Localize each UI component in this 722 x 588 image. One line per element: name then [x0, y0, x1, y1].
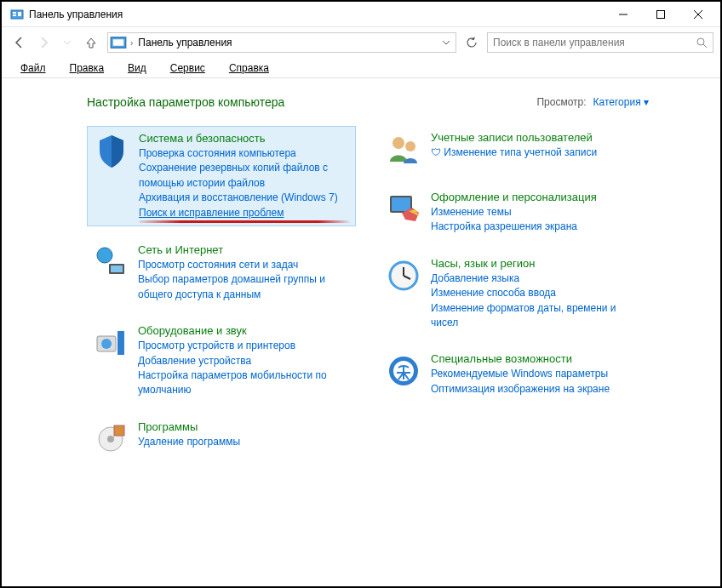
control-panel-icon — [10, 8, 24, 21]
category-link[interactable]: Архивация и восстановление (Windows 7) — [139, 191, 350, 205]
clock-region-icon — [385, 257, 422, 294]
category-link[interactable]: Сохранение резервных копий файлов с помо… — [139, 161, 350, 191]
breadcrumb[interactable]: Панель управления — [135, 33, 235, 52]
minimize-button[interactable] — [605, 2, 642, 27]
menubar: Файл Правка Вид Сервис Справка — [2, 58, 720, 78]
category-hardware-sound: Оборудование и звукПросмотр устройств и … — [87, 319, 356, 403]
svg-point-10 — [697, 38, 704, 45]
svg-rect-3 — [18, 12, 21, 16]
category-link[interactable]: Добавление языка — [431, 271, 644, 286]
category-title[interactable]: Оборудование и звук — [138, 324, 351, 337]
category-ease-of-access: Специальные возможностиРекомендуемые Win… — [380, 347, 649, 402]
category-link[interactable]: Поиск и исправление проблем — [139, 206, 350, 220]
category-link[interactable]: Оптимизация изображения на экране — [431, 382, 644, 397]
forward-button[interactable] — [32, 31, 54, 54]
category-user-accounts: Учетные записи пользователей🛡 Изменение … — [380, 126, 649, 174]
category-clock-region: Часы, язык и регионДобавление языкаИзмен… — [380, 252, 649, 336]
highlight-underline — [139, 220, 350, 223]
window-title: Панель управления — [29, 9, 605, 20]
search-input[interactable] — [493, 37, 696, 49]
svg-rect-25 — [392, 197, 410, 211]
svg-line-11 — [703, 44, 707, 48]
svg-rect-2 — [13, 14, 16, 16]
category-link[interactable]: Настройка параметров мобильности по умол… — [138, 368, 351, 398]
maximize-button[interactable] — [642, 2, 679, 27]
category-title[interactable]: Программы — [138, 420, 351, 433]
svg-point-23 — [405, 141, 415, 151]
category-title[interactable]: Оформление и персонализация — [431, 191, 644, 203]
category-link[interactable]: 🛡 Изменение типа учетной записи — [431, 146, 644, 160]
category-link[interactable]: Выбор параметров домашней группы и общег… — [138, 272, 351, 302]
category-link[interactable]: Добавление устройства — [138, 354, 351, 368]
address-bar[interactable]: › Панель управления — [107, 32, 456, 53]
svg-point-22 — [393, 137, 404, 149]
hardware-sound-icon — [92, 324, 129, 362]
page-title: Настройка параметров компьютера — [87, 95, 536, 109]
category-system-security: Система и безопасностьПроверка состояния… — [87, 126, 356, 226]
svg-point-20 — [107, 436, 114, 442]
up-button[interactable] — [80, 31, 102, 54]
svg-rect-1 — [13, 12, 16, 14]
refresh-button[interactable] — [461, 32, 482, 53]
menu-tools[interactable]: Сервис — [160, 60, 215, 76]
chevron-right-icon[interactable]: › — [129, 38, 135, 48]
ease-of-access-icon — [385, 352, 422, 390]
category-programs: ПрограммыУдаление программы — [87, 415, 356, 463]
category-link[interactable]: Просмотр состояния сети и задач — [138, 258, 351, 272]
menu-file[interactable]: Файл — [10, 60, 56, 76]
search-icon[interactable] — [696, 37, 708, 49]
category-title[interactable]: Часы, язык и регион — [431, 257, 644, 270]
category-link[interactable]: Проверка состояния компьютера — [139, 146, 350, 161]
recent-dropdown[interactable] — [56, 31, 78, 54]
category-link[interactable]: Изменение темы — [431, 205, 644, 220]
category-link[interactable]: Изменение способа ввода — [431, 286, 644, 300]
category-title[interactable]: Сеть и Интернет — [138, 243, 351, 256]
category-appearance: Оформление и персонализацияИзменение тем… — [380, 186, 649, 240]
svg-rect-5 — [657, 10, 665, 18]
titlebar: Панель управления — [2, 2, 720, 27]
view-label: Просмотр: — [536, 96, 586, 108]
svg-rect-18 — [117, 331, 124, 355]
back-button[interactable] — [9, 31, 31, 54]
navbar: › Панель управления — [2, 27, 720, 58]
close-button[interactable] — [679, 2, 717, 27]
menu-help[interactable]: Справка — [219, 60, 279, 76]
category-link[interactable]: Рекомендуемые Windows параметры — [431, 367, 644, 381]
programs-icon — [92, 420, 129, 458]
category-link[interactable]: Настройка разрешения экрана — [431, 220, 644, 234]
category-link[interactable]: Удаление программы — [138, 435, 351, 449]
category-title[interactable]: Учетные записи пользователей — [431, 131, 644, 144]
system-security-icon — [93, 132, 130, 169]
category-title[interactable]: Специальные возможности — [431, 352, 644, 365]
address-icon — [110, 34, 127, 51]
category-link[interactable]: Изменение форматов даты, времени и чисел — [431, 301, 644, 331]
menu-view[interactable]: Вид — [117, 60, 157, 76]
appearance-icon — [385, 191, 422, 228]
category-link[interactable]: Просмотр устройств и принтеров — [138, 339, 351, 353]
content: Настройка параметров компьютера Просмотр… — [2, 78, 720, 586]
svg-rect-15 — [111, 265, 123, 272]
network-internet-icon — [92, 243, 129, 281]
view-dropdown[interactable]: Категория ▾ — [593, 96, 649, 108]
svg-rect-21 — [114, 425, 124, 436]
menu-edit[interactable]: Правка — [60, 60, 115, 76]
search-box[interactable] — [487, 32, 713, 53]
svg-rect-9 — [113, 39, 124, 46]
address-dropdown-icon[interactable] — [437, 38, 456, 47]
svg-point-17 — [101, 339, 112, 349]
user-accounts-icon — [385, 131, 422, 168]
category-title[interactable]: Система и безопасность — [139, 132, 350, 145]
category-network-internet: Сеть и ИнтернетПросмотр состояния сети и… — [87, 238, 356, 307]
